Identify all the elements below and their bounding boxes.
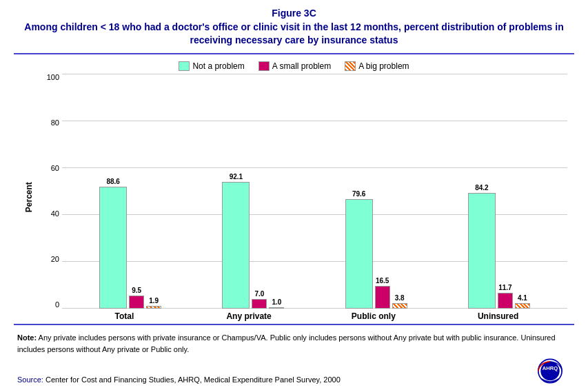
bar-item: 16.5 [375, 277, 390, 309]
y-tick-label: 100 [47, 74, 59, 81]
bar-rect [222, 182, 250, 309]
legend: Not a problem A small problem A big prob… [21, 61, 567, 71]
bar-item: 79.6 [345, 190, 373, 309]
y-tick-label: 40 [51, 210, 59, 218]
bar-rect [129, 296, 144, 309]
y-axis-label: Percent [21, 74, 34, 321]
bar-item: 1.9 [146, 297, 161, 309]
x-labels: TotalAny privatePublic onlyUninsured [34, 309, 567, 321]
bar-rect [269, 307, 284, 309]
chart-area: Not a problem A small problem A big prob… [14, 57, 574, 321]
bar-value-label: 1.9 [149, 297, 159, 305]
bar-item: 7.0 [252, 290, 267, 309]
legend-label-not-problem: Not a problem [192, 61, 244, 71]
bar-item: 88.6 [99, 178, 127, 309]
legend-item-not-problem: Not a problem [179, 61, 244, 71]
bar-value-label: 16.5 [376, 277, 389, 285]
y-tick-label: 0 [55, 301, 59, 309]
bar-group: 92.17.01.0 [222, 173, 284, 309]
bar-value-label: 9.5 [132, 287, 141, 294]
source-bold: Source: [17, 375, 43, 384]
source-content: Center for Cost and Financing Studies, A… [43, 375, 341, 384]
figure-label: Figure 3C [14, 7, 574, 21]
bars-section: 88.69.51.992.17.01.079.616.53.884.211.74… [62, 74, 567, 309]
bar-rect [146, 306, 161, 309]
bar-group: 79.616.53.8 [345, 190, 407, 309]
bar-rect [498, 293, 513, 309]
bottom-divider [14, 324, 574, 325]
y-axis-labels: 100806040200 [34, 74, 62, 309]
legend-label-small-problem: A small problem [272, 61, 331, 71]
x-axis-label: Any private [214, 311, 283, 321]
bar-value-label: 79.6 [352, 190, 365, 198]
legend-item-small-problem: A small problem [258, 61, 331, 71]
title-divider [14, 53, 574, 54]
y-tick-label: 20 [51, 256, 59, 263]
bar-value-label: 88.6 [106, 178, 119, 185]
bar-group-inner: 88.69.51.9 [99, 178, 161, 309]
bar-value-label: 11.7 [498, 284, 511, 291]
svg-text:AHRQ: AHRQ [543, 365, 558, 371]
bar-item: 92.1 [222, 173, 250, 309]
chart-plot: 10080604020088.69.51.992.17.01.079.616.5… [34, 74, 567, 309]
bar-item: 9.5 [129, 287, 144, 309]
ahrq-logo-svg: AHRQ [529, 358, 571, 385]
legend-color-teal [179, 61, 190, 71]
bar-group-inner: 79.616.53.8 [345, 190, 407, 309]
bar-group: 88.69.51.9 [99, 178, 161, 309]
bar-value-label: 4.1 [518, 294, 527, 302]
page: Figure 3C Among children < 18 who had a … [0, 0, 588, 392]
chart-inner: 10080604020088.69.51.992.17.01.079.616.5… [34, 74, 567, 321]
bar-rect [99, 187, 127, 309]
notes-bold: Note: [17, 333, 37, 342]
bar-value-label: 7.0 [254, 290, 264, 298]
legend-label-big-problem: A big problem [358, 61, 409, 71]
bar-rect [515, 303, 530, 309]
bar-value-label: 1.0 [272, 298, 281, 306]
bar-value-label: 92.1 [230, 173, 243, 180]
bar-rect [252, 299, 267, 309]
bar-group-inner: 92.17.01.0 [222, 173, 284, 309]
bar-item: 4.1 [515, 294, 530, 309]
source-text: Source: Center for Cost and Financing St… [17, 374, 529, 386]
bar-rect [375, 286, 390, 309]
bar-rect [468, 193, 496, 309]
bar-group-inner: 84.211.74.1 [468, 184, 530, 309]
bar-item: 1.0 [269, 298, 284, 309]
notes-text: Any private includes persons with privat… [17, 333, 556, 353]
chart-container: Percent 10080604020088.69.51.992.17.01.0… [21, 74, 567, 321]
bar-value-label: 3.8 [395, 294, 405, 302]
bar-rect [392, 303, 407, 309]
source-section: Source: Center for Cost and Financing St… [14, 358, 574, 385]
x-axis-label: Total [90, 311, 159, 321]
bar-item: 84.2 [468, 184, 496, 309]
x-axis-label: Public only [339, 311, 408, 321]
x-axis-label: Uninsured [464, 311, 533, 321]
bar-item: 3.8 [392, 294, 407, 309]
legend-item-big-problem: A big problem [345, 61, 409, 71]
y-tick-label: 60 [51, 165, 59, 172]
bar-rect [345, 199, 373, 309]
bar-item: 11.7 [498, 284, 513, 309]
legend-color-pink [258, 61, 270, 71]
bar-value-label: 84.2 [475, 184, 488, 192]
bar-group: 84.211.74.1 [468, 184, 530, 309]
notes-section: Note: Any private includes persons with … [14, 332, 574, 355]
chart-title: Among children < 18 who had a doctor's o… [14, 21, 574, 48]
y-tick-label: 80 [51, 119, 59, 127]
legend-color-hatch [345, 61, 356, 71]
ahrq-logo: AHRQ [529, 358, 571, 385]
title-section: Figure 3C Among children < 18 who had a … [14, 7, 574, 48]
